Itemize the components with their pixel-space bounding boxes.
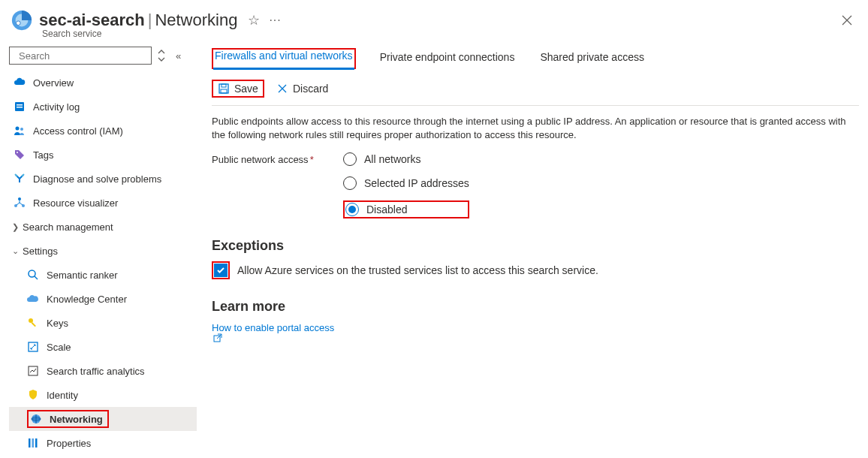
sidebar-item-activity[interactable]: Activity log — [9, 95, 197, 119]
sidebar-label: Identity — [47, 390, 78, 401]
sidebar-item-iam[interactable]: Access control (IAM) — [9, 119, 197, 143]
search-icon — [27, 269, 39, 281]
knowledge-icon — [27, 293, 39, 305]
identity-icon — [27, 389, 39, 401]
chevron-down-icon: ⌄ — [9, 246, 21, 256]
svg-line-15 — [35, 276, 38, 279]
sidebar-search-input[interactable] — [17, 50, 146, 62]
sidebar-label: Search traffic analytics — [47, 366, 145, 377]
sidebar-item-diagnose[interactable]: Diagnose and solve problems — [9, 167, 197, 191]
public-access-label: Public network access* — [212, 152, 343, 165]
radio-label: Selected IP addresses — [364, 177, 469, 189]
sidebar-search[interactable] — [9, 47, 152, 65]
key-icon — [27, 317, 39, 329]
save-icon — [218, 83, 230, 95]
resource-icon — [11, 9, 33, 32]
exceptions-heading: Exceptions — [212, 238, 859, 254]
favorite-star-icon[interactable]: ☆ — [248, 12, 260, 29]
expand-collapse-icon[interactable] — [158, 49, 165, 62]
discard-button[interactable]: Discard — [276, 83, 328, 95]
sidebar-label: Overview — [33, 77, 74, 89]
tabs: Firewalls and virtual networks Private e… — [212, 47, 859, 69]
radio-label: Disabled — [366, 203, 407, 215]
radio-all-networks[interactable]: All networks — [343, 152, 469, 166]
discard-label: Discard — [293, 83, 328, 95]
cloud-icon — [14, 77, 26, 89]
svg-rect-24 — [35, 438, 38, 447]
sidebar-item-properties[interactable]: Properties — [9, 431, 197, 455]
radio-selected-ip[interactable]: Selected IP addresses — [343, 176, 469, 190]
description-text: Public endpoints allow access to this re… — [212, 115, 857, 142]
sidebar-label: Activity log — [33, 101, 80, 113]
svg-point-14 — [29, 270, 35, 277]
sidebar-item-scale[interactable]: Scale — [9, 335, 197, 359]
page-title: Networking — [155, 11, 237, 30]
sidebar-label: Networking — [50, 414, 103, 425]
more-icon[interactable]: ··· — [269, 14, 281, 27]
sidebar-label: Keys — [47, 318, 68, 329]
sidebar-group-search-management[interactable]: ❯ Search management — [9, 215, 197, 239]
chevron-right-icon: ❯ — [9, 222, 21, 232]
tag-icon — [14, 149, 26, 161]
sidebar-label: Resource visualizer — [33, 197, 118, 209]
sidebar: « Overview Activity log Access control (… — [0, 47, 197, 455]
svg-rect-27 — [221, 89, 227, 93]
sidebar-label: Semantic ranker — [47, 270, 118, 281]
tab-shared-private[interactable]: Shared private access — [538, 48, 646, 69]
svg-point-9 — [20, 128, 23, 131]
resource-type-label: Search service — [42, 29, 101, 39]
radio-label: All networks — [364, 153, 420, 165]
resource-name: sec-ai-search — [39, 11, 145, 30]
save-label: Save — [234, 83, 258, 95]
scale-icon — [27, 341, 39, 353]
svg-point-10 — [17, 152, 18, 153]
svg-rect-22 — [29, 438, 31, 447]
sidebar-group-settings[interactable]: ⌄ Settings — [9, 239, 197, 263]
sidebar-label: Diagnose and solve problems — [33, 173, 161, 185]
sidebar-item-visualizer[interactable]: Resource visualizer — [9, 191, 197, 215]
properties-icon — [27, 437, 39, 449]
sidebar-label: Tags — [33, 149, 53, 161]
sidebar-item-semantic[interactable]: Semantic ranker — [9, 263, 197, 287]
svg-rect-6 — [17, 104, 23, 106]
discard-icon — [276, 83, 288, 95]
sidebar-item-tags[interactable]: Tags — [9, 143, 197, 167]
networking-icon — [30, 413, 42, 425]
sidebar-group-label: Search management — [23, 221, 113, 233]
svg-point-2 — [17, 21, 21, 26]
sidebar-item-knowledge[interactable]: Knowledge Center — [9, 287, 197, 311]
collapse-sidebar-icon[interactable]: « — [176, 50, 181, 62]
sidebar-item-networking[interactable]: Networking — [9, 407, 197, 431]
people-icon — [14, 125, 26, 137]
close-button[interactable] — [841, 14, 857, 26]
sidebar-label: Properties — [47, 438, 91, 449]
svg-rect-17 — [32, 322, 36, 327]
save-button[interactable]: Save — [218, 83, 258, 95]
sidebar-item-traffic[interactable]: Search traffic analytics — [9, 359, 197, 383]
svg-point-11 — [18, 197, 21, 200]
sidebar-label: Knowledge Center — [47, 294, 127, 305]
svg-point-8 — [16, 127, 20, 131]
learn-more-heading: Learn more — [212, 299, 859, 315]
tab-firewalls[interactable]: Firewalls and virtual networks — [213, 47, 354, 70]
learn-more-link[interactable]: How to enable portal access — [212, 322, 859, 342]
title-separator: | — [145, 11, 155, 30]
sidebar-item-keys[interactable]: Keys — [9, 311, 197, 335]
external-link-icon — [213, 333, 222, 342]
check-icon — [216, 266, 225, 275]
visualizer-icon — [14, 197, 26, 209]
radio-disabled[interactable]: Disabled — [345, 203, 407, 216]
analytics-icon — [27, 365, 39, 377]
main-content: Firewalls and virtual networks Private e… — [197, 47, 868, 455]
sidebar-group-label: Settings — [23, 246, 58, 257]
sidebar-label: Scale — [47, 342, 71, 353]
log-icon — [14, 101, 26, 113]
sidebar-item-identity[interactable]: Identity — [9, 383, 197, 407]
svg-rect-23 — [32, 438, 35, 447]
tab-private-endpoints[interactable]: Private endpoint connections — [378, 48, 517, 69]
sidebar-item-overview[interactable]: Overview — [9, 71, 197, 95]
trusted-services-checkbox[interactable] — [214, 264, 228, 277]
trusted-services-label: Allow Azure services on the trusted serv… — [237, 264, 598, 276]
toolbar: Save Discard — [212, 80, 859, 106]
diagnose-icon — [14, 173, 26, 185]
